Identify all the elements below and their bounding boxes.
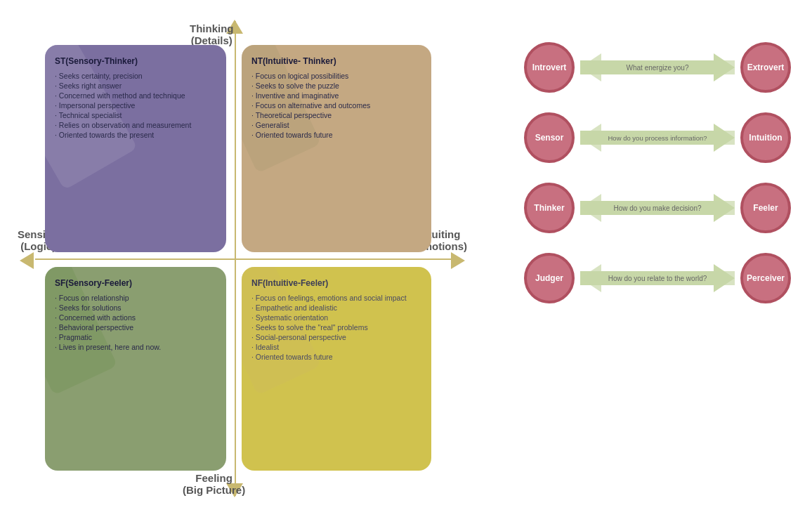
mbti-thinker-circle: Thinker <box>524 183 575 233</box>
nt-item-5: Theoretical perspective <box>251 111 421 119</box>
mbti-perceiver-circle: Perceiver <box>740 253 791 303</box>
quadrant-st: ST(Sensory-Thinker) Seeks certainty, pre… <box>45 45 226 252</box>
svg-text:What energize you?: What energize you? <box>627 64 689 72</box>
quadrant-sf-title: SF(Sensory-Feeler) <box>55 278 216 288</box>
sf-item-3: Concerned with actions <box>55 313 216 322</box>
sf-item-4: Behavioral perspective <box>55 323 216 332</box>
svg-text:How do you relate to the world: How do you relate to the world? <box>608 275 707 282</box>
sf-item-2: Seeks for solutions <box>55 303 216 312</box>
mbti-extrovert-circle: Extrovert <box>740 42 791 93</box>
quadrant-st-title: ST(Sensory-Thinker) <box>55 56 216 66</box>
nt-item-1: Focus on logical possibilities <box>251 72 421 80</box>
arrow-svg-4: How do you relate to the world? <box>575 263 740 294</box>
mbti-row4-arrow: How do you relate to the world? <box>575 261 740 296</box>
sf-item-5: Pragmatic <box>55 333 216 341</box>
nf-item-4: Seeks to solve the "real" problems <box>251 323 421 332</box>
quadrant-nt: NT(Intuitive- Thinker) Focus on logical … <box>242 45 431 252</box>
nt-item-3: Inventive and imaginative <box>251 91 421 100</box>
svg-text:How do you process information: How do you process information? <box>608 134 707 142</box>
quadrant-nt-title: NT(Intuitive- Thinker) <box>251 56 421 66</box>
arrow-svg-3: How do you make decision? <box>575 192 740 223</box>
mbti-row-1: Introvert What energize you? Extrovert <box>524 42 791 93</box>
nt-item-2: Seeks to solve the puzzle <box>251 81 421 90</box>
quadrant-area: Thinking (Details) Feeling (Big Picture)… <box>14 14 471 503</box>
nf-item-5: Social-personal perspective <box>251 333 421 341</box>
mbti-row1-arrow: What energize you? <box>575 50 740 85</box>
nt-item-6: Generalist <box>251 121 421 129</box>
arrow-svg-2: How do you process information? <box>575 122 740 153</box>
svg-text:How do you make decision?: How do you make decision? <box>613 204 702 212</box>
nt-item-4: Focus on alternative and outcomes <box>251 101 421 110</box>
mbti-intuition-circle: Intuition <box>740 112 791 163</box>
arrow-right-icon <box>451 252 465 269</box>
arrow-left-icon <box>20 252 34 269</box>
axis-bottom-label: Feeling (Big Picture) <box>183 472 245 496</box>
nf-item-3: Systematic orientation <box>251 313 421 322</box>
nf-item-7: Oriented towards future <box>251 353 421 361</box>
st-item-1: Seeks certainty, precision <box>55 72 216 80</box>
mbti-row3-arrow: How do you make decision? <box>575 190 740 225</box>
mbti-row-3: Thinker How do you make decision? Feeler <box>524 183 791 233</box>
st-item-2: Seeks right answer <box>55 81 216 90</box>
nf-item-2: Empathetic and idealistic <box>251 303 421 312</box>
mbti-row-2: Sensor How do you process information? I… <box>524 112 791 163</box>
mbti-feeler-circle: Feeler <box>740 183 791 233</box>
mbti-panel: Introvert What energize you? Extrovert S… <box>524 42 791 323</box>
quadrant-nf-title: NF(Intuitive-Feeler) <box>251 278 421 288</box>
nf-item-1: Focus on feelings, emotions and social i… <box>251 294 421 302</box>
horizontal-axis-line <box>35 258 457 260</box>
mbti-sensor-circle: Sensor <box>524 112 575 163</box>
quadrant-nf: NF(Intuitive-Feeler) Focus on feelings, … <box>242 267 431 471</box>
mbti-introvert-circle: Introvert <box>524 42 575 93</box>
sf-item-1: Focus on relationship <box>55 294 216 302</box>
mbti-judger-circle: Judger <box>524 253 575 303</box>
st-item-7: Oriented towards the present <box>55 131 216 139</box>
nt-item-7: Oriented towards future <box>251 131 421 139</box>
arrow-svg-1: What energize you? <box>575 52 740 83</box>
mbti-row2-arrow: How do you process information? <box>575 120 740 155</box>
sf-item-6: Lives in present, here and now. <box>55 343 216 351</box>
st-item-6: Relies on observation and measurement <box>55 121 216 129</box>
quadrant-sf: SF(Sensory-Feeler) Focus on relationship… <box>45 267 226 471</box>
mbti-row-4: Judger How do you relate to the world? P… <box>524 253 791 303</box>
st-item-4: Impersonal perspective <box>55 101 216 110</box>
nf-item-6: Idealist <box>251 343 421 351</box>
st-item-3: Concerned with method and technique <box>55 91 216 100</box>
main-container: Thinking (Details) Feeling (Big Picture)… <box>0 0 812 517</box>
st-item-5: Technical specialist <box>55 111 216 119</box>
axis-top-label: Thinking (Details) <box>190 22 234 46</box>
